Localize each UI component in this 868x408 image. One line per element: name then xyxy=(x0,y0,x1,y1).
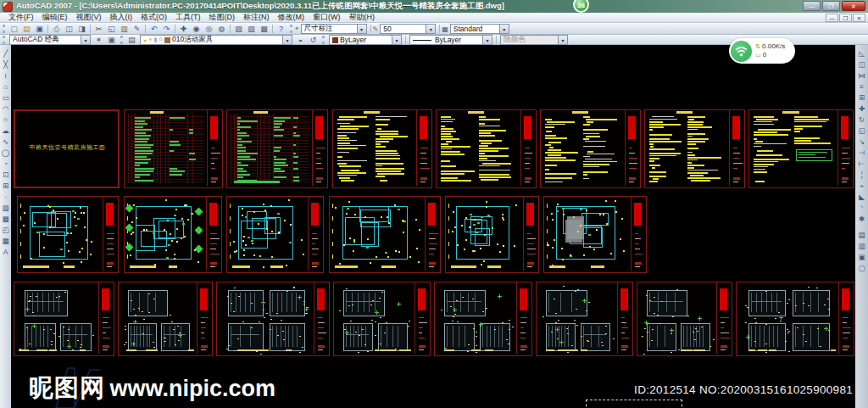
sheet-elev[interactable] xyxy=(434,282,532,356)
toolbar-button-copy-clip[interactable]: ◱ xyxy=(105,24,118,34)
toolbar-button-point[interactable]: · xyxy=(1,191,11,202)
toolbar-button-paste[interactable]: ▥ xyxy=(118,24,131,34)
toolbar-button-rotate[interactable]: ↻ xyxy=(857,114,867,125)
menu-item-9[interactable]: 修改(M) xyxy=(274,12,309,23)
toolbar-button-cut[interactable]: ✂ xyxy=(92,24,105,34)
toolbar-button-move[interactable]: ✚ xyxy=(857,103,867,114)
text-height-dropdown[interactable]: 50 ▾ xyxy=(380,24,436,34)
sheet-plan[interactable] xyxy=(329,196,441,273)
toolbar-button-zoom-realtime[interactable]: ◉ xyxy=(190,24,203,34)
sheet-elev[interactable] xyxy=(736,282,854,356)
toolbar-button-hatch[interactable]: ▨ xyxy=(1,202,11,213)
toolbar-button-offset[interactable]: ≡ xyxy=(857,81,867,92)
chevron-down-icon[interactable]: ▾ xyxy=(357,25,366,33)
toolbar-grip[interactable] xyxy=(120,36,123,44)
toolbar-button-help[interactable]: ? xyxy=(275,24,287,34)
sheet-cover[interactable]: 中粮天悦壹号精装房施工图 xyxy=(14,109,120,188)
toolbar-button-multiline-text[interactable]: A xyxy=(1,246,11,257)
toolbar-button-chamfer[interactable]: ◣ xyxy=(857,191,867,202)
chevron-down-icon[interactable]: ▾ xyxy=(499,25,509,33)
sheet-elev[interactable] xyxy=(536,282,633,356)
toolbar-grip[interactable] xyxy=(3,36,5,44)
toolbar-button-erase[interactable]: ◺ xyxy=(857,48,867,59)
toolbar-button-ellipse-arc[interactable]: ◔ xyxy=(1,158,11,169)
menu-item-6[interactable]: 工具(T) xyxy=(171,12,205,23)
mdi-minimize-button[interactable]: — xyxy=(826,14,838,22)
toolbar-button-draworder-front[interactable]: ▤ xyxy=(857,229,867,240)
restore-button[interactable]: ❐ xyxy=(822,1,840,11)
layer-dropdown[interactable]: ●☀▮⎙ 010活动家具 ▾ xyxy=(140,35,292,45)
drawing-canvas[interactable]: 中粮天悦壹号精装房施工图 xyxy=(11,45,855,408)
workspace-dropdown[interactable]: AutoCAD 经典 ▾ xyxy=(9,35,91,45)
toolbar-button-extend[interactable]: ⊢ xyxy=(857,158,867,169)
sheet-spec[interactable] xyxy=(332,109,432,188)
sheet-pland[interactable] xyxy=(124,196,222,273)
sheet-plan[interactable] xyxy=(226,196,324,273)
toolbar-button-scale[interactable]: ◱ xyxy=(857,125,867,136)
toolbar-grip[interactable] xyxy=(3,25,5,33)
toolbar-button-draworder-back[interactable]: ▥ xyxy=(857,240,867,251)
toolbar-button-plot[interactable]: ⎙ xyxy=(50,24,63,34)
toolbar-button-zoom-previous[interactable]: ◍ xyxy=(215,24,228,34)
sheet-plan[interactable] xyxy=(17,196,119,273)
toolbar-button-make-block[interactable]: ⊞ xyxy=(1,180,11,191)
toolbar-button-publish[interactable]: ◨ xyxy=(75,24,88,34)
linetype-control-dropdown[interactable]: ByLayer ▾ xyxy=(409,35,492,45)
close-button[interactable]: ✕ xyxy=(842,1,865,11)
toolbar-button-undo[interactable]: ↶ xyxy=(147,24,160,34)
toolbar-button-revision-cloud[interactable]: ☁ xyxy=(1,125,11,136)
toolbar-button-mirror[interactable]: ⋈ xyxy=(857,70,867,81)
table-style-dropdown[interactable]: Standard ▾ xyxy=(450,24,509,34)
toolbar-button-array[interactable]: ⊞ xyxy=(857,92,867,103)
toolbar-button-region[interactable]: ◰ xyxy=(1,224,11,235)
toolbar-button-circle[interactable]: ○ xyxy=(1,114,11,125)
toolbar-button-pan[interactable]: ✚ xyxy=(177,24,190,34)
toolbar-grip[interactable] xyxy=(322,36,325,44)
toolbar-button-table[interactable]: ▦ xyxy=(1,235,11,246)
toolbar-button-tool-palettes[interactable]: ▩ xyxy=(258,24,270,34)
menu-item-11[interactable]: 帮助(H) xyxy=(345,12,380,23)
chevron-down-icon[interactable]: ▾ xyxy=(282,36,292,44)
toolbar-button-spline[interactable]: ∿ xyxy=(1,136,11,147)
toolbar-button-polygon[interactable]: ⌂ xyxy=(1,81,11,92)
sheet-specg[interactable] xyxy=(748,109,854,188)
sheet-table[interactable] xyxy=(226,109,328,188)
toolbar-button-workspace-settings[interactable]: ✶ xyxy=(92,35,105,45)
sheet-elev[interactable] xyxy=(118,282,213,356)
layer-properties-button[interactable]: ▤ xyxy=(125,35,138,45)
toolbar-button-workspace-save[interactable]: ▣ xyxy=(105,35,118,45)
menu-item-2[interactable]: 编辑(E) xyxy=(38,12,72,23)
toolbar-grip[interactable] xyxy=(290,25,292,33)
menu-item-5[interactable]: 格式(O) xyxy=(136,12,171,23)
sheet-spec[interactable] xyxy=(436,109,537,188)
chevron-down-icon[interactable]: ▾ xyxy=(392,36,401,44)
color-control-dropdown[interactable]: ByLayer ▾ xyxy=(329,35,402,45)
toolbar-button-insert-block[interactable]: ⊡ xyxy=(1,169,11,180)
menu-item-10[interactable]: 窗口(W) xyxy=(309,12,345,23)
sheet-elev[interactable] xyxy=(637,282,732,356)
toolbar-button-trim[interactable]: ⊣ xyxy=(857,147,867,158)
net-speed-widget[interactable]: ⇅ 0.00K/s ▭ 0 xyxy=(729,38,795,64)
minimize-button[interactable]: — xyxy=(803,1,821,11)
toolbar-button-break[interactable]: ⌁ xyxy=(857,180,867,191)
mdi-close-button[interactable]: ✕ xyxy=(853,14,865,22)
toolbar-button-explode[interactable]: ✱ xyxy=(857,213,867,224)
chevron-down-icon[interactable]: ▾ xyxy=(482,36,492,44)
toolbar-button-save[interactable]: ▣ xyxy=(33,24,46,34)
toolbar-button-properties[interactable]: ▧ xyxy=(232,24,245,34)
toolbar-button-open[interactable]: ▤ xyxy=(20,24,33,34)
toolbar-button-match-properties[interactable]: ✎ xyxy=(131,24,143,34)
sheet-spec[interactable] xyxy=(540,109,641,188)
toolbar-button-zoom-window[interactable]: ◎ xyxy=(203,24,215,34)
toolbar-button-polyline[interactable]: ≀ xyxy=(1,70,11,81)
toolbar-button-layer-previous[interactable]: ↺ xyxy=(307,35,320,45)
toolbar-button-make-object-layer-current[interactable]: ◒ xyxy=(294,35,307,45)
toolbar-button-fillet[interactable]: ◝ xyxy=(857,202,867,213)
toolbar-button-arc[interactable]: ◠ xyxy=(1,103,11,114)
toolbar-button-break-at-point[interactable]: ¦ xyxy=(857,169,867,180)
toolbar-button-gradient[interactable]: ▩ xyxy=(1,213,11,224)
toolbar-button-copy[interactable]: ◫ xyxy=(857,59,867,70)
toolbar-button-stretch[interactable]: ↘ xyxy=(857,136,867,147)
menu-item-1[interactable]: 文件(F) xyxy=(4,12,38,23)
sheet-spec[interactable] xyxy=(644,109,745,188)
